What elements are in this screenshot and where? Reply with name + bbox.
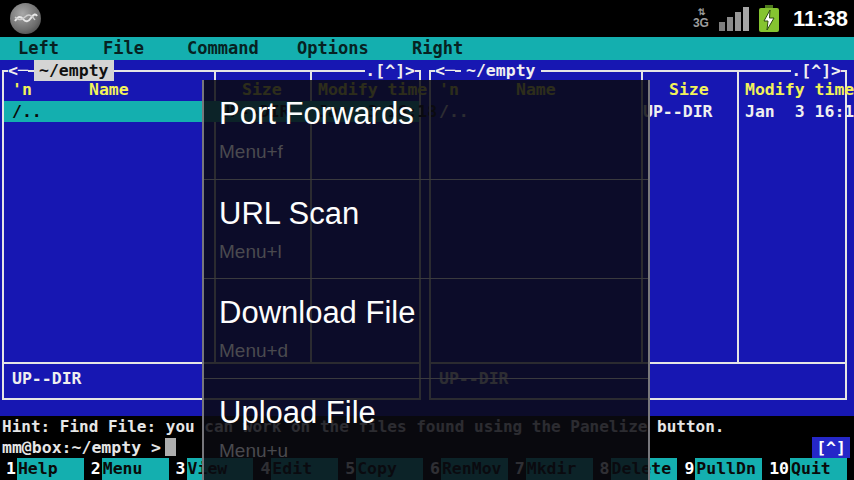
context-menu-popup: Port Forwards Menu+f URL Scan Menu+l Dow… — [202, 80, 650, 480]
panel-top-left-arrow: <─ — [8, 60, 28, 81]
signal-strength-icon — [719, 7, 749, 31]
left-panel-title[interactable]: ~/empty — [34, 60, 114, 81]
menu-command[interactable]: Command — [187, 38, 259, 58]
panel-top-right-decor[interactable]: .[^]> — [365, 60, 415, 81]
menu-file[interactable]: File — [103, 38, 144, 58]
file-mtime: Jan 3 16:18 — [745, 101, 854, 122]
panel-top-right-decor[interactable]: .[^]> — [791, 60, 841, 81]
menu-item-upload-file[interactable]: Upload File Menu+u — [204, 379, 648, 479]
menu-options[interactable]: Options — [297, 38, 369, 58]
menu-item-url-scan[interactable]: URL Scan Menu+l — [204, 180, 648, 280]
panel-top-left-arrow: <─ — [435, 60, 455, 81]
menu-item-download-file[interactable]: Download File Menu+d — [204, 279, 648, 379]
text-cursor — [165, 438, 176, 456]
ctrl-key-indicator[interactable]: [^] — [812, 437, 850, 458]
menu-left[interactable]: Left — [18, 38, 59, 58]
connectbot-app-icon — [9, 2, 42, 35]
status-bar-clock: 11:38 — [793, 6, 848, 32]
fkey-help[interactable]: 1Help — [6, 458, 91, 480]
fkey-pulldn[interactable]: 9PullDn — [684, 458, 769, 480]
column-header-size[interactable]: Size — [669, 80, 709, 99]
column-header-mtime[interactable]: Modify time — [745, 80, 854, 99]
left-panel-ministatus: UP--DIR — [12, 368, 82, 389]
fkey-menu[interactable]: 2Menu — [91, 458, 176, 480]
column-header-name[interactable]: Name — [89, 80, 129, 99]
battery-charging-icon — [759, 5, 779, 32]
android-status-bar: ⇅ 3G 11:38 — [0, 0, 854, 37]
fkey-quit[interactable]: 10Quit — [769, 458, 854, 480]
menu-item-port-forwards[interactable]: Port Forwards Menu+f — [204, 80, 648, 180]
menu-right[interactable]: Right — [412, 38, 463, 58]
lightning-bolt-icon — [762, 10, 776, 30]
network-type-3g-icon: ⇅ 3G — [693, 8, 709, 29]
right-panel-title[interactable]: ~/empty — [461, 60, 541, 81]
connectbot-terminal-screen: ⇅ 3G 11:38 Left File Command Options Rig… — [0, 0, 854, 480]
shell-prompt: mm@box:~/empty > — [2, 438, 161, 457]
mc-menu-bar: Left File Command Options Right — [0, 37, 854, 60]
file-name: /.. — [12, 101, 42, 122]
sort-indicator[interactable]: 'n — [12, 80, 32, 99]
file-size: UP--DIR — [643, 101, 713, 122]
